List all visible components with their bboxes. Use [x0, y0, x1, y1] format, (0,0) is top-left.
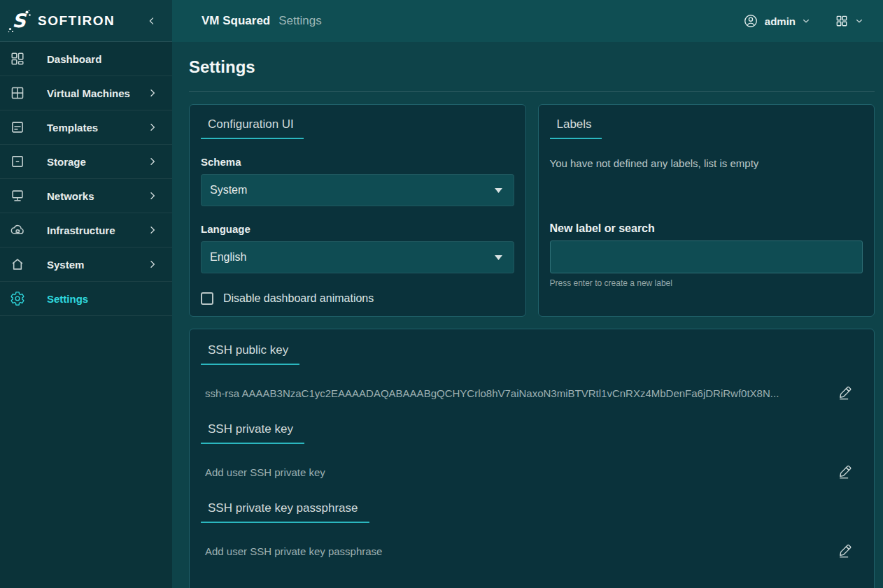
- ssh-public-key-value: ssh-rsa AAAAB3NzaC1yc2EAAAADAQABAAABgQCH…: [201, 387, 825, 399]
- schema-label: Schema: [201, 156, 514, 168]
- ssh-public-key-title: SSH public key: [201, 343, 299, 365]
- grid-icon: [835, 14, 849, 28]
- new-label-helper-text: Press enter to create a new label: [550, 278, 863, 288]
- sidebar-item-label: Networks: [47, 190, 147, 202]
- caret-down-icon: [495, 255, 502, 260]
- apps-menu[interactable]: [835, 14, 864, 28]
- chevron-right-icon: [147, 156, 158, 167]
- caret-down-icon: [495, 188, 502, 193]
- edit-pencil-icon[interactable]: [838, 464, 853, 480]
- topbar-right: admin: [743, 13, 864, 29]
- chevron-right-icon: [147, 122, 158, 133]
- app-window: S SOFTIRON Dashboard: [0, 0, 883, 588]
- card-title: Configuration UI: [201, 117, 304, 139]
- user-circle-icon: [743, 13, 758, 29]
- system-icon: [10, 257, 25, 272]
- sidebar-item-infrastructure[interactable]: Infrastructure: [0, 213, 172, 248]
- schema-select[interactable]: System: [201, 174, 514, 206]
- ssh-private-key-placeholder: Add user SSH private key: [201, 466, 825, 478]
- language-select[interactable]: English: [201, 241, 514, 273]
- sidebar-item-label: Templates: [47, 122, 147, 134]
- settings-icon: [10, 291, 25, 306]
- sidebar-item-dashboard[interactable]: Dashboard: [0, 42, 172, 76]
- ssh-passphrase-row: Add user SSH private key passphrase: [201, 543, 863, 559]
- edit-pencil-icon[interactable]: [838, 385, 853, 401]
- sidebar-header: S SOFTIRON: [0, 0, 172, 42]
- chevron-down-icon: [854, 16, 864, 26]
- new-label-input[interactable]: [550, 241, 863, 273]
- main-area: VM Squared Settings admin: [172, 0, 883, 588]
- page-title: Settings: [189, 57, 875, 77]
- chevron-right-icon: [147, 87, 158, 99]
- content: Settings Configuration UI Schema System …: [172, 42, 883, 588]
- sidebar-item-templates[interactable]: Templates: [0, 110, 172, 145]
- sidebar-item-label: System: [47, 259, 147, 271]
- sidebar: S SOFTIRON Dashboard: [0, 0, 172, 588]
- logo-text: SOFTIRON: [38, 13, 144, 29]
- networks-icon: [10, 188, 25, 203]
- card-title: Labels: [550, 117, 602, 139]
- sidebar-item-storage[interactable]: Storage: [0, 145, 172, 179]
- ssh-passphrase-title: SSH private key passphrase: [201, 501, 369, 523]
- sidebar-item-settings[interactable]: Settings: [0, 282, 172, 316]
- sidebar-item-label: Infrastructure: [47, 224, 147, 236]
- ssh-public-key-row: ssh-rsa AAAAB3NzaC1yc2EAAAADAQABAAABgQCH…: [201, 385, 863, 401]
- top-bar: VM Squared Settings admin: [172, 0, 883, 42]
- app-title: VM Squared: [202, 14, 270, 28]
- dashboard-icon: [10, 51, 25, 66]
- sidebar-item-virtual-machines[interactable]: Virtual Machines: [0, 76, 172, 110]
- ssh-keys-card: SSH public key ssh-rsa AAAAB3NzaC1yc2EAA…: [189, 329, 875, 588]
- breadcrumb-page: Settings: [278, 14, 321, 28]
- user-name: admin: [765, 15, 796, 27]
- checkbox-unchecked-icon[interactable]: [201, 292, 213, 305]
- sidebar-item-networks[interactable]: Networks: [0, 179, 172, 213]
- labels-card: Labels You have not defined any labels, …: [538, 104, 875, 317]
- sidebar-collapse-button[interactable]: [144, 13, 160, 29]
- configuration-ui-card: Configuration UI Schema System Language …: [189, 104, 526, 317]
- svg-text:S: S: [12, 10, 27, 31]
- chevron-right-icon: [147, 259, 158, 270]
- sidebar-item-label: Virtual Machines: [47, 87, 147, 99]
- page-divider: [189, 91, 875, 92]
- sidebar-nav: Dashboard Virtual Machines: [0, 42, 172, 588]
- sidebar-item-label: Settings: [47, 293, 158, 305]
- ssh-private-key-row: Add user SSH private key: [201, 464, 863, 480]
- ssh-private-key-title: SSH private key: [201, 422, 304, 444]
- language-label: Language: [201, 223, 514, 235]
- sidebar-item-label: Dashboard: [47, 53, 158, 65]
- schema-select-value: System: [210, 184, 495, 196]
- checkbox-label: Disable dashboard animations: [223, 292, 374, 305]
- language-select-value: English: [210, 251, 495, 264]
- virtual-machines-icon: [10, 85, 25, 101]
- sidebar-item-system[interactable]: System: [0, 248, 172, 282]
- user-menu[interactable]: admin: [743, 13, 811, 29]
- new-label-input-label: New label or search: [550, 222, 863, 235]
- templates-icon: [10, 120, 25, 135]
- labels-empty-text: You have not defined any labels, list is…: [550, 157, 863, 169]
- infrastructure-icon: [10, 222, 25, 238]
- softiron-logo-icon: S: [7, 8, 32, 34]
- disable-animations-checkbox-row[interactable]: Disable dashboard animations: [201, 292, 514, 305]
- chevron-right-icon: [147, 190, 158, 201]
- chevron-down-icon: [801, 16, 811, 26]
- chevron-right-icon: [147, 224, 158, 236]
- sidebar-item-label: Storage: [47, 156, 147, 168]
- ssh-passphrase-placeholder: Add user SSH private key passphrase: [201, 545, 825, 557]
- storage-icon: [10, 154, 25, 169]
- edit-pencil-icon[interactable]: [838, 543, 853, 559]
- chevron-left-icon: [146, 15, 158, 27]
